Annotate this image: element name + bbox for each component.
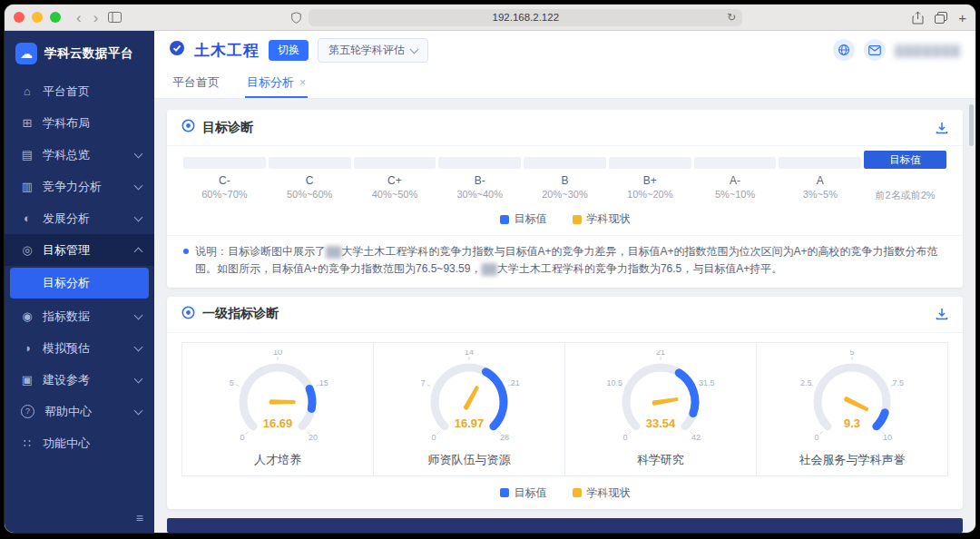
download-icon[interactable] <box>936 122 948 134</box>
tab-bar: 平台首页目标分析 <box>154 69 975 99</box>
legend-label: 目标值 <box>514 211 547 227</box>
gauge-needle <box>652 397 679 406</box>
app-shell: 学科云数据平台 ⌂平台首页⊞学科布局▤学科总览▥竞争力分析◐发展分析◎目标管理目… <box>5 31 975 533</box>
grade-band: B+10%~20% <box>609 157 691 202</box>
svg-text:2.5: 2.5 <box>800 378 812 387</box>
sidebar-item-goal-management[interactable]: ◎目标管理 <box>5 234 154 266</box>
new-tab-icon[interactable] <box>958 10 966 25</box>
grade-label: B <box>524 174 606 189</box>
sidebar-item-label: 竞争力分析 <box>43 179 135 195</box>
share-icon[interactable] <box>912 11 924 24</box>
zoom-window-button[interactable] <box>50 12 61 23</box>
gauge-label: 人才培养 <box>254 452 301 468</box>
collapse-sidebar-icon[interactable] <box>136 511 143 525</box>
sidebar-item-function-center[interactable]: ∷功能中心 <box>5 427 154 459</box>
switch-discipline-button[interactable]: 切换 <box>269 40 309 61</box>
band-segment <box>524 157 606 169</box>
svg-text:28: 28 <box>500 433 509 442</box>
chart-legend: 目标值 学科现状 <box>167 204 963 235</box>
scrollbar-thumb[interactable] <box>969 104 974 146</box>
gauge-value: 9.3 <box>844 416 860 430</box>
minimize-window-button[interactable] <box>32 12 43 23</box>
grade-label: A- <box>694 174 777 189</box>
band-segment <box>269 157 351 169</box>
chevron-down-icon <box>134 374 143 383</box>
sidebar-toggle-icon[interactable] <box>108 12 122 23</box>
sidebar-item-indicator-data[interactable]: ◉指标数据 <box>5 300 154 332</box>
redacted-university-name: ▓▓ <box>481 262 497 275</box>
address-bar[interactable]: 192.168.2.122 <box>309 9 742 26</box>
language-globe-icon[interactable] <box>833 39 855 61</box>
range-label: 20%~30% <box>524 189 606 202</box>
gauge-value: 33.54 <box>646 416 676 430</box>
apps-icon: ∷ <box>19 436 35 450</box>
user-name-redacted[interactable]: ▓▓▓▓▓▓▓ <box>895 44 961 57</box>
target-icon: ◎ <box>19 243 35 257</box>
forward-button[interactable] <box>92 10 101 25</box>
evaluation-round-select[interactable]: 第五轮学科评估 <box>318 38 428 63</box>
tab-overview-icon[interactable] <box>935 12 947 24</box>
gauge-target-arc <box>309 388 312 408</box>
card-header: 一级指标诊断 <box>167 297 963 333</box>
svg-text:31.5: 31.5 <box>699 378 715 387</box>
legend-label: 学科现状 <box>587 211 631 227</box>
grade-scale-chart: C-60%~70%C50%~60%C+40%~50%B-30%~40%B20%~… <box>183 157 946 202</box>
close-tab-icon[interactable] <box>299 77 306 88</box>
gauge-panel: 0714212816.97师资队伍与资源 <box>373 343 564 475</box>
tab-label: 目标分析 <box>247 74 294 91</box>
tab-home[interactable]: 平台首页 <box>171 69 221 98</box>
address-area: 192.168.2.122 <box>130 9 904 26</box>
top-bar-right: ▓▓▓▓▓▓▓ <box>833 39 961 61</box>
sidebar-item-label: 目标管理 <box>43 242 135 259</box>
target-legend-swatch <box>500 215 509 224</box>
discipline-title: 土木工程 <box>194 40 260 61</box>
sidebar-item-development-analysis[interactable]: ◐发展分析 <box>5 202 154 234</box>
tab-goal-analysis[interactable]: 目标分析 <box>245 69 308 98</box>
gauge-panel: 0510152016.69人才培养 <box>182 343 373 475</box>
gauges-container: 0510152016.69人才培养0714212816.97师资队伍与资源010… <box>181 342 948 476</box>
grade-band: C-60%~70% <box>183 157 266 202</box>
grade-label: A <box>779 174 861 189</box>
privacy-shield-icon[interactable] <box>291 12 301 24</box>
svg-text:5: 5 <box>849 350 854 357</box>
help-icon: ? <box>21 405 34 418</box>
trend-icon: ◐ <box>19 211 35 225</box>
target-legend-swatch <box>500 488 509 497</box>
indicator-diagnosis-card: 一级指标诊断 0510152016.69人才培养0714212816.97师资队… <box>167 297 963 509</box>
chevron-up-icon <box>134 247 143 256</box>
grade-band: A-5%~10% <box>694 157 777 202</box>
page-footer-strip <box>167 518 963 533</box>
sidebar-item-competitiveness-analysis[interactable]: ▥竞争力分析 <box>5 171 154 202</box>
close-window-button[interactable] <box>14 12 24 23</box>
top-bar: 土木工程 切换 第五轮学科评估 ▓▓▓▓▓▓▓ <box>154 31 975 69</box>
grade-label: C <box>269 174 351 189</box>
data-icon: ◉ <box>19 309 35 323</box>
sidebar-item-label: 发展分析 <box>43 211 135 227</box>
chart-legend: 目标值 学科现状 <box>167 478 963 509</box>
mail-icon[interactable] <box>864 39 886 61</box>
sidebar-item-home[interactable]: ⌂平台首页 <box>5 75 154 107</box>
gauge-value: 16.69 <box>263 416 293 430</box>
current-legend-swatch <box>573 488 582 497</box>
sidebar-item-label: 学科总览 <box>43 147 135 163</box>
card-title: 一级指标诊断 <box>202 306 279 322</box>
svg-text:5: 5 <box>230 378 234 387</box>
download-icon[interactable] <box>936 308 948 320</box>
grade-label: B+ <box>609 174 691 189</box>
back-button[interactable] <box>74 10 83 25</box>
gauge-target-arc <box>679 373 695 414</box>
sidebar-item-discipline-overview[interactable]: ▤学科总览 <box>5 139 154 171</box>
refresh-icon[interactable] <box>727 11 736 24</box>
sidebar-item-goal-analysis[interactable]: 目标分析 <box>10 268 149 299</box>
grade-label: C+ <box>354 174 436 189</box>
chevron-down-icon <box>134 310 143 319</box>
sidebar-item-discipline-layout[interactable]: ⊞学科布局 <box>5 107 154 139</box>
explanation-note: 说明：目标诊断图中展示了▓▓大学土木工程学科的竞争力指数与目标值A+的竞争力差异… <box>167 235 963 288</box>
sidebar-item-construction-reference[interactable]: ▣建设参考 <box>5 364 154 396</box>
target-value-marker: 目标值 <box>864 151 946 169</box>
gauge-label: 社会服务与学科声誉 <box>799 452 906 468</box>
sidebar-item-help-center[interactable]: ?帮助中心 <box>5 396 154 427</box>
gauge-needle <box>270 399 296 405</box>
svg-text:7: 7 <box>421 378 426 387</box>
sidebar-item-simulation-estimate[interactable]: ◑模拟预估 <box>5 332 154 364</box>
